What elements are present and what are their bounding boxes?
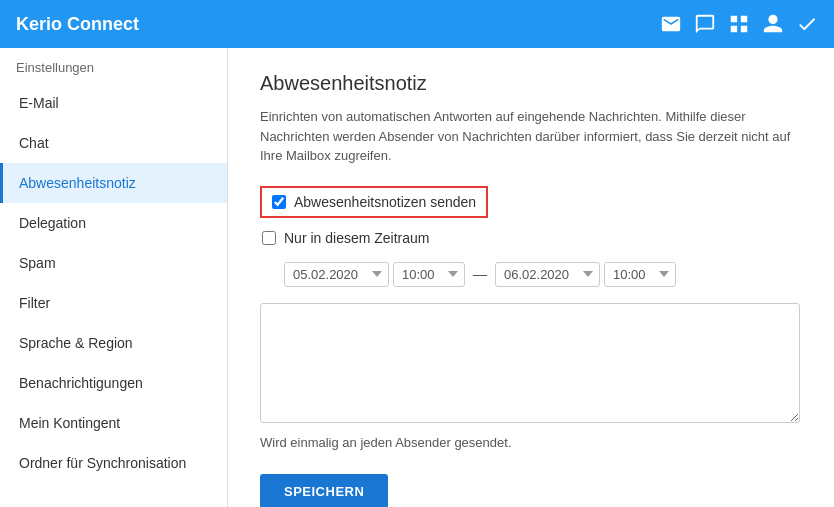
main-layout: Einstellungen E-Mail Chat Abwesenheitsno…: [0, 48, 834, 507]
send-checkbox-container[interactable]: Abwesenheitsnotizen senden: [260, 186, 488, 218]
user-icon[interactable]: [762, 13, 784, 35]
time-to-select[interactable]: 10:00: [604, 262, 676, 287]
header-icons: [660, 13, 818, 35]
time-from-select[interactable]: 10:00: [393, 262, 465, 287]
message-textarea[interactable]: [260, 303, 800, 423]
zeitraum-checkbox[interactable]: [262, 231, 276, 245]
sidebar-item-abwesenheitsnotiz[interactable]: Abwesenheitsnotiz: [0, 163, 227, 203]
zeitraum-label[interactable]: Nur in diesem Zeitraum: [284, 230, 430, 246]
sidebar-item-delegation[interactable]: Delegation: [0, 203, 227, 243]
sidebar-item-ordner-synchronisation[interactable]: Ordner für Synchronisation: [0, 443, 227, 483]
send-checkbox[interactable]: [272, 195, 286, 209]
sidebar-item-mein-kontingent[interactable]: Mein Kontingent: [0, 403, 227, 443]
datetime-row: 05.02.2020 10:00 — 06.02.2020 10:00: [284, 262, 802, 287]
date-to-select[interactable]: 06.02.2020: [495, 262, 600, 287]
date-from-select[interactable]: 05.02.2020: [284, 262, 389, 287]
zeitraum-row: Nur in diesem Zeitraum: [262, 230, 802, 246]
sidebar-item-filter[interactable]: Filter: [0, 283, 227, 323]
header: Kerio Connect: [0, 0, 834, 48]
app-title: Kerio Connect: [16, 14, 139, 35]
mail-icon[interactable]: [660, 13, 682, 35]
send-checkbox-label[interactable]: Abwesenheitsnotizen senden: [294, 194, 476, 210]
grid-icon[interactable]: [728, 13, 750, 35]
save-button[interactable]: SPEICHERN: [260, 474, 388, 508]
note-text: Wird einmalig an jeden Absender gesendet…: [260, 435, 802, 450]
chat-icon[interactable]: [694, 13, 716, 35]
sidebar-item-chat[interactable]: Chat: [0, 123, 227, 163]
sidebar-item-spam[interactable]: Spam: [0, 243, 227, 283]
sidebar-item-benachrichtigungen[interactable]: Benachrichtigungen: [0, 363, 227, 403]
datetime-separator: —: [469, 266, 491, 282]
sidebar-item-sprache-region[interactable]: Sprache & Region: [0, 323, 227, 363]
content-area: Abwesenheitsnotiz Einrichten von automat…: [228, 48, 834, 507]
sidebar-section-header: Einstellungen: [0, 48, 227, 83]
sidebar: Einstellungen E-Mail Chat Abwesenheitsno…: [0, 48, 228, 507]
checkmark-icon[interactable]: [796, 13, 818, 35]
sidebar-item-email[interactable]: E-Mail: [0, 83, 227, 123]
page-title: Abwesenheitsnotiz: [260, 72, 802, 95]
page-description: Einrichten von automatischen Antworten a…: [260, 107, 802, 166]
